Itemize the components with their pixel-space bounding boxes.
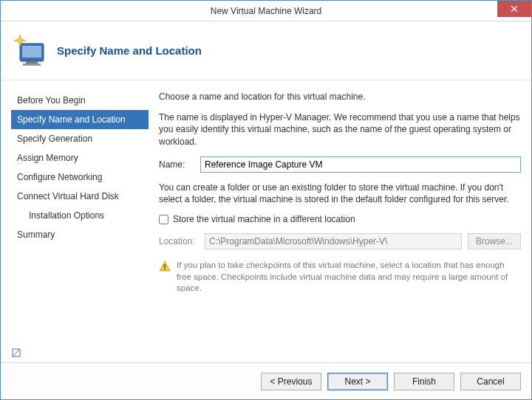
wizard-content: Choose a name and location for this virt… (159, 91, 521, 362)
svg-rect-5 (23, 63, 41, 66)
cancel-button[interactable]: Cancel (460, 373, 521, 390)
step-before-you-begin[interactable]: Before You Begin (11, 91, 149, 110)
finish-button[interactable]: Finish (394, 373, 454, 390)
wizard-body: Before You Begin Specify Name and Locati… (1, 80, 531, 362)
resize-handle-icon (11, 348, 21, 358)
wizard-icon (11, 32, 50, 70)
browse-button: Browse... (468, 233, 521, 249)
name-hint-text: The name is displayed in Hyper-V Manager… (159, 111, 521, 148)
step-installation-options[interactable]: Installation Options (11, 206, 149, 225)
step-specify-name-and-location[interactable]: Specify Name and Location (11, 110, 149, 129)
wizard-header: Specify Name and Location (1, 21, 531, 80)
titlebar: New Virtual Machine Wizard (1, 1, 531, 21)
name-input[interactable] (200, 156, 521, 173)
warning-text: If you plan to take checkpoints of this … (177, 260, 521, 294)
step-summary[interactable]: Summary (11, 225, 149, 244)
close-icon (511, 5, 518, 13)
svg-rect-4 (26, 61, 38, 63)
step-assign-memory[interactable]: Assign Memory (11, 148, 149, 168)
intro-text: Choose a name and location for this virt… (159, 91, 521, 103)
step-specify-generation[interactable]: Specify Generation (11, 129, 149, 148)
window-title: New Virtual Machine Wizard (211, 6, 322, 16)
store-different-location-row: Store the virtual machine in a different… (159, 214, 521, 224)
warning-row: If you plan to take checkpoints of this … (159, 260, 521, 294)
name-row: Name: (159, 156, 521, 173)
store-different-location-checkbox[interactable] (159, 215, 168, 224)
store-different-location-label: Store the virtual machine in a different… (173, 214, 355, 224)
svg-rect-8 (164, 264, 166, 268)
next-button[interactable]: Next > (327, 373, 388, 390)
location-row: Location: Browse... (159, 233, 521, 249)
close-button[interactable] (497, 1, 531, 17)
location-label: Location: (159, 236, 199, 246)
svg-line-11 (13, 349, 20, 356)
page-title: Specify Name and Location (57, 44, 202, 57)
warning-icon (159, 261, 171, 272)
step-configure-networking[interactable]: Configure Networking (11, 168, 149, 187)
folder-hint-text: You can create a folder or use an existi… (159, 182, 521, 205)
location-input (205, 233, 462, 249)
name-label: Name: (159, 159, 194, 170)
step-connect-virtual-hard-disk[interactable]: Connect Virtual Hard Disk (11, 187, 149, 206)
svg-rect-3 (22, 46, 41, 58)
wizard-footer: < Previous Next > Finish Cancel (1, 362, 531, 399)
svg-rect-9 (164, 269, 166, 270)
previous-button[interactable]: < Previous (261, 373, 321, 390)
wizard-steps-sidebar: Before You Begin Specify Name and Locati… (11, 91, 149, 362)
